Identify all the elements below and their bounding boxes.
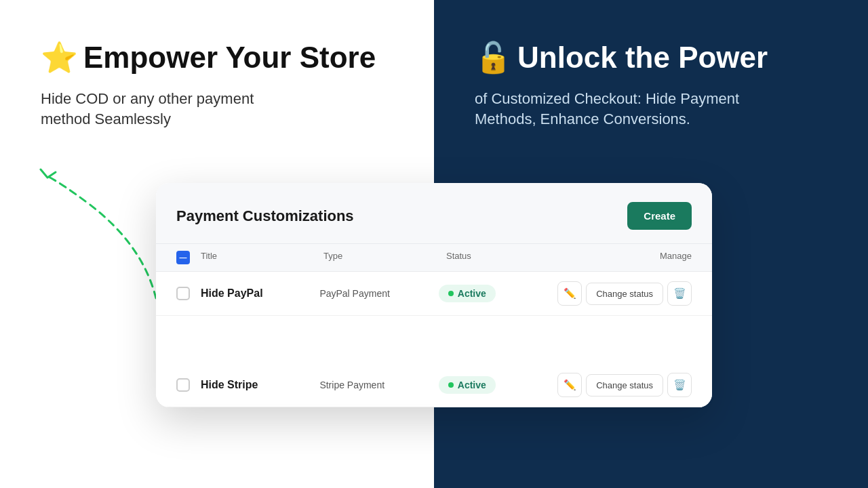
table-row-stripe: Hide Stripe Stripe Payment Active ✏️ Cha… (156, 363, 712, 407)
change-status-button-paypal[interactable]: Change status (586, 283, 663, 305)
create-button[interactable]: Create (627, 202, 692, 230)
left-title-text: Empower Your Store (83, 41, 376, 75)
table-row: Hide PayPal PayPal Payment Active ✏️ Cha… (156, 272, 712, 316)
highlighted-row-spacer: Hide COD Cash on Delivery Active ✏️ Chan… (156, 316, 712, 363)
left-subtitle: Hide COD or any other payment method Sea… (41, 89, 271, 131)
status-dot-stripe (448, 382, 454, 388)
row-type-stripe: Stripe Payment (319, 380, 438, 390)
col-type: Type (323, 251, 446, 264)
edit-button-paypal[interactable]: ✏️ (557, 281, 582, 306)
right-subtitle: of Customized Checkout: Hide Payment Met… (475, 89, 760, 131)
card-header: Payment Customizations Create (156, 183, 712, 244)
status-label-stripe: Active (458, 380, 486, 390)
row-type-paypal: PayPal Payment (319, 288, 438, 299)
row-title-paypal: Hide PayPal (201, 287, 319, 300)
left-title: ⭐ Empower Your Store (41, 41, 400, 75)
status-dot (448, 291, 454, 296)
payment-customizations-card: Payment Customizations Create Title Type… (156, 183, 712, 407)
manage-cell-stripe: ✏️ Change status 🗑️ (557, 373, 692, 397)
change-status-button-stripe[interactable]: Change status (586, 374, 663, 396)
col-status: Status (446, 251, 569, 264)
col-manage: Manage (569, 251, 692, 264)
table-header: Title Type Status Manage (156, 244, 712, 272)
header-checkbox[interactable] (176, 251, 190, 264)
lock-icon: 🔓 (475, 41, 512, 75)
status-label-paypal: Active (458, 288, 486, 299)
rows-container: Hide PayPal PayPal Payment Active ✏️ Cha… (156, 272, 712, 407)
edit-button-stripe[interactable]: ✏️ (557, 373, 582, 397)
row-checkbox-paypal[interactable] (176, 287, 190, 300)
row-title-stripe: Hide Stripe (201, 379, 319, 391)
status-badge-paypal: Active (439, 285, 557, 302)
right-title-text: Unlock the Power (517, 41, 768, 75)
card-title: Payment Customizations (176, 207, 354, 225)
row-checkbox-stripe[interactable] (176, 378, 190, 392)
col-title: Title (201, 251, 323, 264)
delete-button-stripe[interactable]: 🗑️ (667, 373, 692, 397)
status-badge-stripe: Active (439, 376, 557, 394)
arrow-decoration (34, 163, 170, 312)
right-title: 🔓 Unlock the Power (475, 41, 834, 75)
manage-cell-paypal: ✏️ Change status 🗑️ (557, 281, 692, 306)
star-icon: ⭐ (41, 41, 78, 75)
delete-button-paypal[interactable]: 🗑️ (667, 281, 692, 306)
